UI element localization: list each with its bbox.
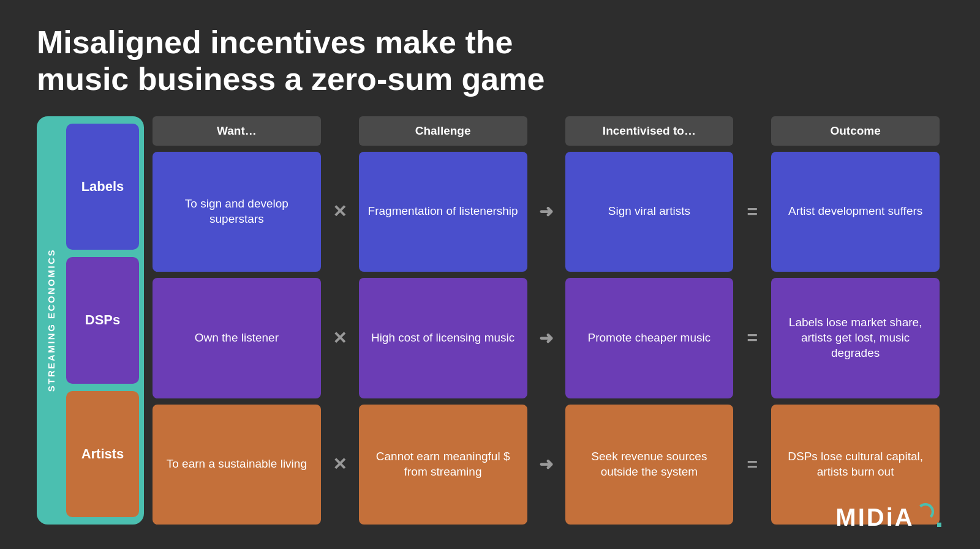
col-incentivised-cells: Sign viral artists Promote cheaper music… [565, 152, 734, 525]
entity-artists: Artists [66, 391, 139, 517]
midia-logo: MIDiA . [835, 502, 943, 532]
challenge-artists-cell: Cannot earn meaningful $ from streaming [359, 405, 527, 525]
eq-icon-2: = [747, 278, 758, 398]
midia-dot: . [935, 502, 943, 532]
main-columns: Want… To sign and develop superstars Own… [149, 116, 943, 525]
incentivised-labels-cell: Sign viral artists [565, 152, 734, 272]
col-challenge: Challenge Fragmentation of listenership … [359, 116, 527, 525]
incentivised-dsps-cell: Promote cheaper music [565, 278, 734, 398]
connector-equals: = = = [737, 116, 767, 525]
incentivised-artists-cell: Seek revenue sources outside the system [565, 405, 734, 525]
connector-x: ✕ ✕ ✕ [325, 116, 355, 525]
col-incentivised: Incentivised to… Sign viral artists Prom… [565, 116, 734, 525]
arrow-icon-2: ➜ [539, 278, 553, 398]
slide-title: Misaligned incentives make the music bus… [37, 24, 588, 98]
challenge-dsps-cell: High cost of licensing music [359, 278, 527, 398]
sidebar-label: STREAMING ECONOMICS [46, 248, 56, 392]
arrow-icon-3: ➜ [539, 405, 553, 525]
x-icon-1: ✕ [333, 152, 347, 272]
col-want-cells: To sign and develop superstars Own the l… [153, 152, 321, 525]
col-outcome-header: Outcome [771, 116, 940, 146]
col-want-header: Want… [153, 116, 321, 146]
outcome-dsps-cell: Labels lose market share, artists get lo… [771, 278, 940, 398]
col-want: Want… To sign and develop superstars Own… [153, 116, 321, 525]
connector-arrow: ➜ ➜ ➜ [531, 116, 562, 525]
challenge-labels-cell: Fragmentation of listenership [359, 152, 527, 272]
col-challenge-cells: Fragmentation of listenership High cost … [359, 152, 527, 525]
want-artists-cell: To earn a sustainable living [153, 405, 321, 525]
entity-boxes: Labels DSPs Artists [66, 124, 139, 517]
col-outcome-cells: Artist development suffers Labels lose m… [771, 152, 940, 525]
want-dsps-cell: Own the listener [153, 278, 321, 398]
entity-labels: Labels [66, 124, 139, 250]
col-challenge-header: Challenge [359, 116, 527, 146]
eq-icon-1: = [747, 152, 758, 272]
midia-arc-icon [917, 503, 934, 520]
entity-dsps: DSPs [66, 257, 139, 383]
outcome-labels-cell: Artist development suffers [771, 152, 940, 272]
eq-icon-3: = [747, 405, 758, 525]
slide: Misaligned incentives make the music bus… [0, 0, 980, 549]
col-incentivised-header: Incentivised to… [565, 116, 734, 146]
x-icon-2: ✕ [333, 278, 347, 398]
want-labels-cell: To sign and develop superstars [153, 152, 321, 272]
x-icon-3: ✕ [333, 405, 347, 525]
col-outcome: Outcome Artist development suffers Label… [771, 116, 940, 525]
midia-text: MIDiA [835, 504, 914, 531]
table-section: STREAMING ECONOMICS Labels DSPs Artists … [37, 116, 943, 525]
arrow-icon-1: ➜ [539, 152, 553, 272]
